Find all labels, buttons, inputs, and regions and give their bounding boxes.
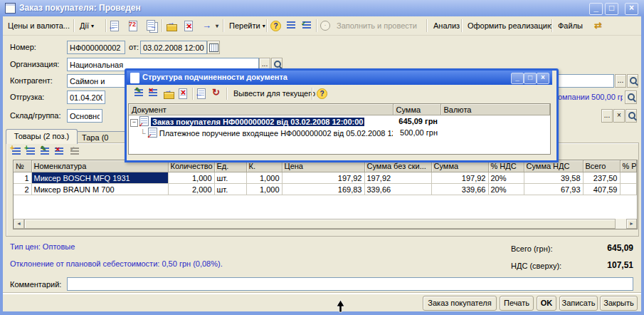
- column-header[interactable]: Документ: [129, 104, 393, 115]
- order-menu-button[interactable]: Заказ покупателя: [423, 296, 497, 311]
- dialog-refresh-icon[interactable]: ↻: [211, 87, 223, 100]
- contragent-ellipsis-button[interactable]: ...: [615, 74, 626, 88]
- column-header[interactable]: Всего: [583, 160, 620, 172]
- horizontal-scrollbar[interactable]: ◄ ►: [14, 219, 637, 229]
- table-cell[interactable]: 39,58: [524, 172, 583, 184]
- dialog-edit-icon[interactable]: ✎: [132, 87, 145, 100]
- goto-menu-button[interactable]: Перейти ▾: [226, 19, 269, 33]
- table-cell[interactable]: 67,93: [524, 184, 583, 195]
- shipping-field[interactable]: [67, 91, 105, 104]
- table-cell[interactable]: 339,66: [431, 184, 488, 195]
- dialog-titlebar[interactable]: Структура подчиненности документа _ □ ×: [127, 71, 552, 85]
- set-time-icon[interactable]: 72: [127, 19, 139, 32]
- checklist-icon[interactable]: ✓: [300, 19, 313, 32]
- prices-currency-button[interactable]: Цены и валюта...: [4, 19, 73, 33]
- dialog-post-icon[interactable]: →: [162, 87, 175, 100]
- table-cell[interactable]: 407,59: [583, 184, 620, 195]
- post-document-icon[interactable]: →: [165, 19, 178, 32]
- table-cell[interactable]: шт.: [214, 184, 246, 195]
- sum-cell[interactable]: 500,00 грн: [393, 127, 440, 138]
- print-button[interactable]: Печать: [500, 296, 534, 311]
- sum-cell[interactable]: 645,09 грн: [393, 115, 440, 128]
- tree-cell[interactable]: └✓Платежное поручение входящее НФ0000000…: [129, 127, 393, 138]
- ok-button[interactable]: OK: [537, 296, 556, 311]
- table-cell[interactable]: 197,92: [431, 172, 488, 184]
- table-cell[interactable]: 1,000: [246, 172, 282, 184]
- number-field[interactable]: [67, 41, 125, 54]
- tree-cell[interactable]: −✓Заказ покупателя НФ000000002 від 03.02…: [129, 115, 393, 128]
- cancel-posting-icon[interactable]: ×: [182, 19, 195, 32]
- close-form-button[interactable]: Закрыть: [600, 296, 638, 311]
- warehouse-field[interactable]: [67, 109, 102, 123]
- table-cell[interactable]: 197,92: [364, 172, 431, 184]
- deviation-link[interactable]: Отклонение от плановой себестоимости: 0,…: [10, 259, 223, 268]
- file-transfer-icon[interactable]: ⇄: [593, 19, 606, 32]
- table-cell[interactable]: 2,000: [168, 184, 214, 195]
- table-cell[interactable]: 1,000: [246, 184, 282, 195]
- document-structure-icon[interactable]: [285, 19, 297, 32]
- tab-goods[interactable]: Товары (2 поз.): [6, 129, 78, 144]
- column-header[interactable]: Сумма: [393, 104, 440, 115]
- currency-cell[interactable]: [440, 127, 550, 138]
- dialog-delete-mark-icon[interactable]: ×: [147, 87, 159, 100]
- contragent-magnifier-icon[interactable]: [627, 74, 638, 88]
- column-header[interactable]: % Руч.ск: [620, 160, 637, 172]
- table-cell-selected[interactable]: Миксер BOSCH MFQ 1931: [31, 172, 168, 184]
- close-button[interactable]: ×: [625, 3, 638, 15]
- dialog-minimize-button[interactable]: _: [511, 73, 524, 84]
- edit-row-icon[interactable]: ✎: [38, 145, 51, 158]
- table-cell[interactable]: 339,66: [364, 184, 431, 195]
- column-header[interactable]: №: [14, 160, 31, 172]
- table-cell[interactable]: 20%: [488, 184, 524, 195]
- table-cell[interactable]: шт.: [214, 172, 246, 184]
- warehouse-magnifier-icon[interactable]: [625, 109, 637, 123]
- maximize-button[interactable]: □: [605, 3, 618, 15]
- table-cell[interactable]: [620, 184, 637, 195]
- minimize-button[interactable]: _: [589, 3, 603, 15]
- table-cell[interactable]: 1,000: [168, 172, 214, 184]
- dialog-help-icon[interactable]: ?: [315, 87, 328, 100]
- tab-tare[interactable]: Тара (0: [77, 131, 128, 143]
- add-row-icon[interactable]: +: [10, 145, 23, 158]
- delete-row-icon[interactable]: ×: [53, 145, 65, 158]
- print-for-current-button[interactable]: Вывести для текущего: [229, 87, 320, 100]
- table-cell[interactable]: Миксер BRAUN M 700: [31, 184, 168, 195]
- table-cell[interactable]: 2: [14, 184, 31, 195]
- tree-collapse-icon[interactable]: −: [130, 119, 138, 127]
- help-icon[interactable]: ?: [269, 19, 282, 32]
- dialog-cancel-posting-icon[interactable]: ×: [176, 87, 189, 100]
- save-button[interactable]: Записать: [559, 296, 598, 311]
- scroll-right-icon[interactable]: ►: [626, 219, 637, 229]
- table-cell[interactable]: 20%: [488, 172, 524, 184]
- scrollbar-thumb[interactable]: [24, 219, 616, 229]
- dialog-close-button[interactable]: ×: [537, 73, 549, 84]
- analysis-button[interactable]: Анализ: [430, 19, 463, 33]
- document-link[interactable]: Заказ покупателя НФ000000002 від 03.02.2…: [151, 118, 364, 126]
- actions-menu-button[interactable]: Дії ▾: [76, 19, 97, 33]
- table-cell[interactable]: 197,92: [282, 172, 364, 184]
- dialog-back-icon[interactable]: ←: [195, 87, 208, 100]
- currency-cell[interactable]: [440, 115, 550, 128]
- make-sale-button[interactable]: Оформить реализацию: [464, 19, 556, 33]
- reread-document-icon[interactable]: ←: [108, 19, 121, 32]
- price-type-link[interactable]: Тип цен: Оптовые: [10, 242, 75, 251]
- files-button[interactable]: Файлы: [554, 19, 586, 33]
- window-titlebar[interactable]: Заказ покупателя: Проведен _ □ ×: [0, 0, 644, 16]
- column-header[interactable]: Валюта: [440, 104, 550, 115]
- subordination-dialog[interactable]: Структура подчиненности документа _ □ × …: [125, 68, 559, 162]
- date-field[interactable]: [140, 41, 207, 54]
- table-cell[interactable]: 1: [14, 172, 31, 184]
- scroll-left-icon[interactable]: ◄: [14, 219, 24, 229]
- warehouse-ellipsis-button[interactable]: ...: [601, 109, 613, 123]
- table-cell[interactable]: 237,50: [583, 172, 620, 184]
- comment-field[interactable]: [67, 277, 633, 291]
- dialog-maximize-button[interactable]: □: [524, 73, 537, 84]
- document-link[interactable]: Платежное поручение входящее НФ000000002…: [159, 129, 393, 138]
- copy-document-icon[interactable]: →: [145, 19, 158, 32]
- company-debt-link[interactable]: компании 500,00 грн: [554, 93, 623, 101]
- copy-row-icon[interactable]: +: [24, 145, 37, 158]
- warehouse-clear-button[interactable]: ×: [613, 109, 625, 123]
- table-cell[interactable]: [620, 172, 637, 184]
- debt-magnifier-icon[interactable]: [625, 91, 637, 104]
- table-cell[interactable]: 169,83: [282, 184, 364, 195]
